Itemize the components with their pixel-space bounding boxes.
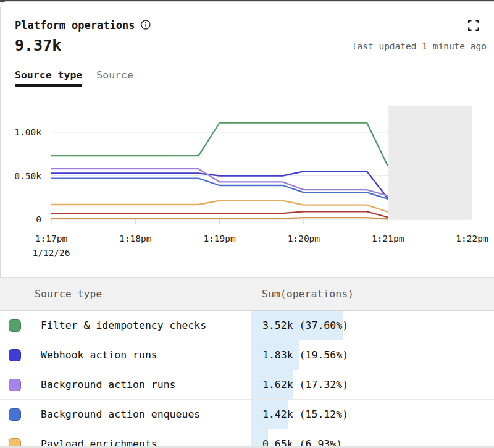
sum-cell: 3.52k (37.60%) bbox=[249, 311, 494, 340]
table-row[interactable]: Background action runs1.62k (17.32%) bbox=[0, 370, 494, 400]
sum-cell: 1.42k (15.12%) bbox=[249, 400, 494, 429]
page-title: Platform operations bbox=[15, 19, 135, 32]
y-axis-tick-label: 0.50k bbox=[14, 171, 41, 181]
x-axis-date-label: 1/12/26 bbox=[32, 248, 70, 258]
total-operations-value: 9.37k bbox=[15, 36, 61, 54]
table-body: Filter & idempotency checks3.52k (37.60%… bbox=[0, 311, 494, 448]
series-color-swatch bbox=[9, 349, 21, 361]
tab-bar: Source type Source bbox=[15, 67, 133, 87]
series-color-swatch bbox=[9, 408, 21, 421]
sum-cell: 1.83k (19.56%) bbox=[249, 340, 494, 370]
table-row[interactable]: Background action enqueues1.42k (15.12%) bbox=[0, 400, 494, 429]
series-line bbox=[51, 218, 388, 219]
series-swatch-cell bbox=[0, 370, 30, 399]
x-axis-tick-label: 1:18pm bbox=[119, 234, 152, 243]
series-line bbox=[51, 123, 388, 167]
sum-value: 1.62k (17.32%) bbox=[262, 370, 348, 399]
sum-value: 1.42k (15.12%) bbox=[262, 400, 348, 429]
column-header-source-type: Source type bbox=[35, 278, 102, 310]
x-axis-tick-label: 1:22pm bbox=[456, 234, 488, 243]
tab-source-type[interactable]: Source type bbox=[15, 67, 82, 87]
x-axis-tick-label: 1:20pm bbox=[288, 234, 320, 243]
fullscreen-icon bbox=[468, 20, 479, 31]
info-icon[interactable] bbox=[141, 20, 151, 30]
last-updated-text: last updated 1 minute ago bbox=[352, 41, 487, 51]
source-type-label: Background action runs bbox=[41, 370, 176, 399]
y-axis-tick-label: 1.00k bbox=[14, 127, 41, 137]
series-color-swatch bbox=[9, 379, 21, 391]
tab-source[interactable]: Source bbox=[96, 67, 133, 87]
series-swatch-cell bbox=[0, 400, 30, 429]
bottom-edge bbox=[0, 446, 494, 448]
series-line bbox=[51, 201, 388, 212]
expand-fullscreen-button[interactable] bbox=[467, 20, 480, 32]
source-type-label: Webhook action runs bbox=[41, 340, 157, 370]
y-axis-tick-label: 0 bbox=[36, 214, 41, 224]
column-header-sum-operations: Sum(operations) bbox=[262, 278, 354, 310]
operations-line-chart: 00.50k1.00k1:17pm1:18pm1:19pm1:20pm1:21p… bbox=[0, 87, 494, 263]
x-axis-tick-label: 1:19pm bbox=[203, 234, 236, 243]
series-color-swatch bbox=[9, 319, 21, 332]
sum-value: 3.52k (37.60%) bbox=[262, 311, 348, 340]
sum-cell: 1.62k (17.32%) bbox=[249, 370, 494, 399]
source-type-label: Background action enqueues bbox=[41, 400, 200, 429]
table-row[interactable]: Webhook action runs1.83k (19.56%) bbox=[0, 340, 494, 370]
x-axis-tick-label: 1:21pm bbox=[372, 234, 404, 243]
series-line bbox=[51, 211, 388, 217]
series-swatch-cell bbox=[0, 340, 30, 370]
sum-value: 1.83k (19.56%) bbox=[262, 340, 348, 370]
source-type-label: Filter & idempotency checks bbox=[41, 311, 206, 340]
incomplete-data-region bbox=[388, 106, 472, 219]
source-type-table: Source type Sum(operations) Filter & ide… bbox=[0, 277, 494, 448]
table-header-row: Source type Sum(operations) bbox=[0, 277, 494, 311]
series-swatch-cell bbox=[0, 311, 30, 340]
x-axis-tick-label: 1:17pm bbox=[35, 234, 68, 243]
table-row[interactable]: Filter & idempotency checks3.52k (37.60%… bbox=[0, 311, 494, 340]
